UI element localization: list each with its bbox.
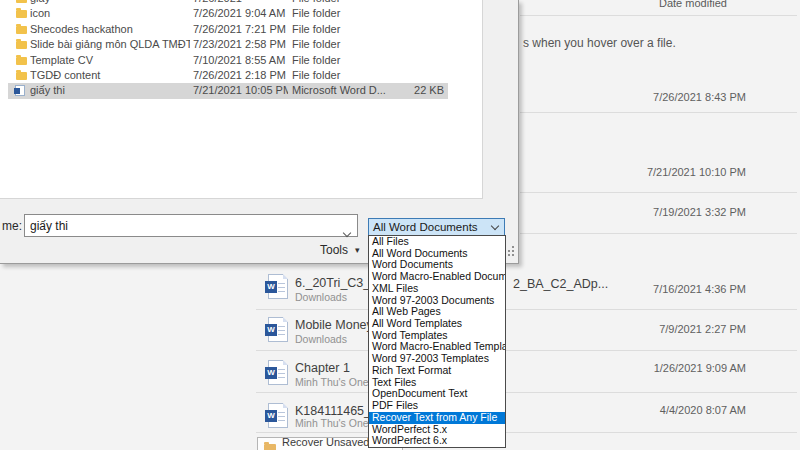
recent-file-title-tail[interactable]: 2_BA_C2_ADp... bbox=[513, 277, 608, 291]
recent-file-title[interactable]: Mobile Money bbox=[295, 318, 373, 332]
screen: { "colors": { "accent": "#0078d7", "comb… bbox=[0, 0, 800, 450]
recent-file-date: 7/26/2021 8:43 PM bbox=[616, 91, 746, 103]
file-type-option[interactable]: Word Macro-Enabled Templates bbox=[369, 341, 505, 353]
file-type-option[interactable]: Word Templates bbox=[369, 330, 505, 342]
file-name: giấy thi bbox=[30, 83, 190, 98]
row-divider bbox=[520, 233, 797, 234]
file-type: File folder bbox=[292, 53, 402, 68]
folder-icon bbox=[16, 10, 27, 18]
file-type: File folder bbox=[292, 68, 402, 83]
file-name: Shecodes hackathon bbox=[30, 22, 190, 37]
file-type-option[interactable]: WordPerfect 5.x bbox=[369, 424, 505, 436]
word-doc-icon: W bbox=[268, 403, 288, 428]
word-doc-icon: W bbox=[268, 360, 288, 385]
file-type-option[interactable]: XML Files bbox=[369, 283, 505, 295]
recent-file-date: 7/21/2021 10:10 PM bbox=[616, 166, 746, 178]
recent-file-date: 7/16/2021 4:36 PM bbox=[616, 283, 746, 295]
word-doc-icon: W bbox=[268, 274, 288, 299]
file-row[interactable]: Shecodes hackathon 7/26/2021 7:21 PM Fil… bbox=[8, 22, 448, 37]
file-type: File folder bbox=[292, 22, 402, 37]
date-modified-column-header[interactable]: Date modified bbox=[659, 0, 727, 9]
file-date: 7/26/2021 9:04 AM bbox=[193, 6, 288, 21]
row-divider bbox=[520, 15, 797, 16]
file-name: icon bbox=[30, 6, 190, 21]
folder-icon bbox=[16, 41, 27, 49]
recent-file-title[interactable]: K184111465_ bbox=[295, 404, 371, 418]
recent-file-date: 4/4/2020 8:07 AM bbox=[616, 404, 746, 416]
open-file-dialog: giấy 7/26/2021 File folder icon 7/26/202… bbox=[0, 0, 519, 264]
tools-button[interactable]: Tools ▾ bbox=[320, 241, 366, 258]
file-date: 7/26/2021 2:18 PM bbox=[193, 68, 288, 83]
file-type-option[interactable]: All Word Documents bbox=[369, 248, 505, 260]
file-type: Microsoft Word D... bbox=[292, 83, 402, 98]
file-type-option[interactable]: All Web Pages bbox=[369, 306, 505, 318]
file-date: 7/10/2021 8:55 AM bbox=[193, 53, 288, 68]
folder-icon bbox=[16, 0, 27, 3]
file-size: 22 KB bbox=[394, 83, 444, 98]
file-type: File folder bbox=[292, 6, 402, 21]
file-date: 7/26/2021 7:21 PM bbox=[193, 22, 288, 37]
file-type-option[interactable]: WordPerfect 6.x bbox=[369, 435, 505, 447]
tools-label: Tools bbox=[320, 243, 348, 257]
file-name-history-chevron-icon[interactable] bbox=[344, 222, 350, 240]
file-name: TGDĐ content bbox=[30, 68, 190, 83]
file-type-combobox[interactable]: All Word Documents bbox=[368, 218, 505, 236]
file-type-option[interactable]: Word Macro-Enabled Documents bbox=[369, 271, 505, 283]
word-doc-icon: W bbox=[268, 317, 288, 342]
file-row[interactable]: Slide bài giảng môn QLDA TMĐT-20210... 7… bbox=[8, 37, 448, 52]
row-divider bbox=[256, 309, 797, 310]
file-date: 7/23/2021 2:58 PM bbox=[193, 37, 288, 52]
recover-folder-icon bbox=[264, 444, 276, 450]
chevron-down-icon bbox=[491, 222, 499, 230]
recent-file-path: Downloads bbox=[295, 291, 347, 303]
file-type-option[interactable]: Text Files bbox=[369, 377, 505, 389]
folder-icon bbox=[16, 57, 27, 65]
file-name-input[interactable] bbox=[24, 214, 358, 237]
file-type-option[interactable]: Rich Text Format bbox=[369, 365, 505, 377]
recent-file-path: Minh Thu's OneD bbox=[295, 417, 376, 429]
recent-file-date: 1/26/2021 9:09 AM bbox=[616, 362, 746, 374]
file-type-value: All Word Documents bbox=[373, 221, 478, 233]
file-type-option[interactable]: Word 97-2003 Documents bbox=[369, 295, 505, 307]
pin-hint-text: s when you hover over a file. bbox=[523, 36, 676, 50]
file-name: Template CV bbox=[30, 53, 190, 68]
folder-icon bbox=[16, 26, 27, 34]
file-type: File folder bbox=[292, 37, 402, 52]
file-row[interactable]: TGDĐ content 7/26/2021 2:18 PM File fold… bbox=[8, 68, 448, 83]
recent-file-date: 7/19/2021 3:32 PM bbox=[616, 206, 746, 218]
file-type-option[interactable]: All Files bbox=[369, 236, 505, 248]
file-date: 7/21/2021 10:05 PM bbox=[193, 83, 288, 98]
file-type-option[interactable]: OpenDocument Text bbox=[369, 388, 505, 400]
file-type-option[interactable]: Word 97-2003 Templates bbox=[369, 353, 505, 365]
folder-icon bbox=[16, 72, 27, 80]
row-divider bbox=[256, 350, 797, 351]
recent-file-path: Downloads bbox=[295, 333, 347, 345]
file-type-option-selected[interactable]: Recover Text from Any File bbox=[369, 412, 505, 424]
row-divider bbox=[256, 432, 797, 433]
recent-file-path: Minh Thu's OneD bbox=[295, 376, 376, 388]
file-type-dropdown-list: All Files All Word Documents Word Docume… bbox=[368, 235, 506, 448]
recent-file-date: 7/9/2021 2:27 PM bbox=[616, 323, 746, 335]
recent-file-title[interactable]: Chapter 1 bbox=[295, 361, 350, 375]
row-divider bbox=[520, 112, 797, 113]
file-name: Slide bài giảng môn QLDA TMĐT-20210... bbox=[30, 37, 190, 52]
dialog-file-list[interactable]: giấy 7/26/2021 File folder icon 7/26/202… bbox=[0, 0, 483, 199]
file-type-option[interactable]: All Word Templates bbox=[369, 318, 505, 330]
file-row-selected[interactable]: giấy thi 7/21/2021 10:05 PM Microsoft Wo… bbox=[8, 83, 448, 98]
file-type-option[interactable]: PDF Files bbox=[369, 400, 505, 412]
file-type-option[interactable]: Word Documents bbox=[369, 259, 505, 271]
file-row[interactable]: icon 7/26/2021 9:04 AM File folder bbox=[8, 6, 448, 21]
row-divider bbox=[520, 192, 797, 193]
tools-dropdown-arrow-icon: ▾ bbox=[355, 245, 360, 255]
file-row[interactable]: Template CV 7/10/2021 8:55 AM File folde… bbox=[8, 53, 448, 68]
word-doc-icon bbox=[15, 85, 25, 96]
file-name-label: me: bbox=[2, 219, 22, 233]
row-divider bbox=[256, 392, 797, 393]
